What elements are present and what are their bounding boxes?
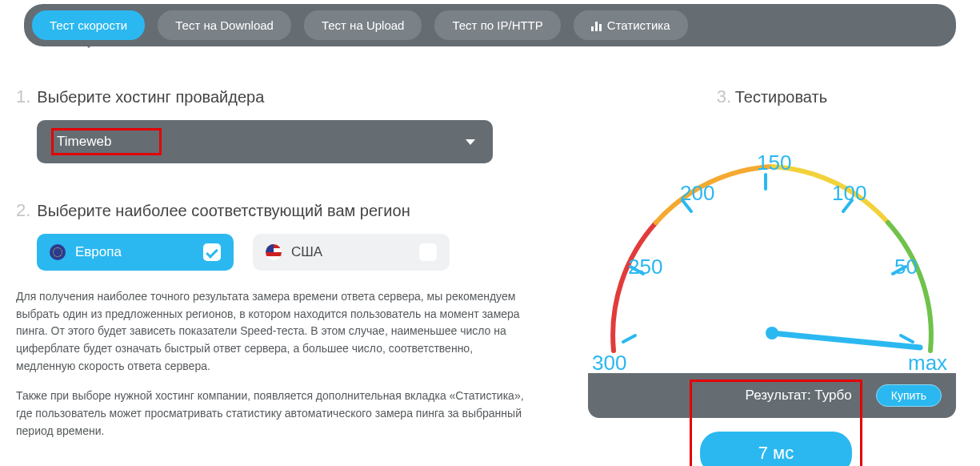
buy-button[interactable]: Купить bbox=[876, 384, 942, 407]
tab-iphttp[interactable]: Тест по IP/HTTP bbox=[434, 10, 560, 40]
tab-label: Тест на Download bbox=[175, 18, 274, 32]
region-usa[interactable]: США bbox=[253, 234, 450, 271]
gauge-tick-200: 200 bbox=[680, 181, 714, 206]
tab-download[interactable]: Тест на Download bbox=[158, 10, 291, 40]
gauge-tick-50: 50 bbox=[894, 255, 918, 279]
result-highlight-box: 7 мс bbox=[690, 380, 862, 466]
bar-chart-icon bbox=[591, 20, 602, 31]
checkbox-unchecked-icon bbox=[419, 243, 437, 261]
flag-eu-icon bbox=[50, 244, 66, 260]
tab-bar: Тест скорости Тест на Download Тест на U… bbox=[24, 4, 956, 46]
step3-header: 3. Тестировать bbox=[576, 86, 968, 107]
tab-upload[interactable]: Тест на Upload bbox=[304, 10, 422, 40]
tab-stats[interactable]: Статистика bbox=[574, 10, 688, 40]
description-paragraph: Для получения наиболее точного результат… bbox=[16, 288, 528, 375]
provider-value: Timeweb bbox=[57, 134, 111, 149]
step-title: Выберите хостинг провайдера bbox=[37, 88, 264, 106]
provider-dropdown[interactable]: Timeweb bbox=[37, 120, 493, 163]
region-europe[interactable]: Европа bbox=[37, 234, 234, 271]
svg-line-6 bbox=[901, 335, 913, 342]
step-number: 1. bbox=[16, 86, 30, 107]
chevron-down-icon bbox=[466, 139, 475, 145]
gauge-tick-150: 150 bbox=[757, 151, 791, 175]
flag-us-icon bbox=[266, 244, 282, 260]
result-value-badge: 7 мс bbox=[700, 432, 852, 466]
svg-line-0 bbox=[623, 335, 635, 342]
provider-value-highlight: Timeweb bbox=[51, 128, 162, 155]
gauge-tick-100: 100 bbox=[832, 181, 866, 206]
tab-label: Тест скорости bbox=[50, 18, 127, 32]
gauge-tick-max: max bbox=[908, 351, 947, 376]
svg-line-8 bbox=[772, 333, 920, 347]
tab-speed[interactable]: Тест скорости bbox=[32, 10, 145, 40]
step-number: 3. bbox=[717, 86, 731, 106]
tab-label: Тест на Upload bbox=[322, 18, 405, 32]
step-title: Тестировать bbox=[735, 88, 827, 106]
speed-gauge: 300 250 200 150 100 50 max bbox=[576, 110, 968, 375]
region-label: Европа bbox=[75, 244, 122, 260]
step-number: 2. bbox=[16, 200, 30, 221]
gauge-tick-300: 300 bbox=[592, 351, 626, 376]
step1-header: 1. Выберите хостинг провайдера bbox=[16, 86, 528, 107]
description-paragraph: Также при выборе нужной хостинг компании… bbox=[16, 388, 528, 440]
tab-label: Статистика bbox=[607, 18, 670, 32]
step-title: Выберите наиболее соответствующий вам ре… bbox=[37, 202, 410, 220]
region-label: США bbox=[291, 244, 322, 260]
gauge-tick-250: 250 bbox=[628, 255, 662, 279]
step2-header: 2. Выберите наиболее соответствующий вам… bbox=[16, 200, 528, 221]
checkbox-checked-icon bbox=[203, 243, 221, 261]
tab-label: Тест по IP/HTTP bbox=[452, 18, 542, 32]
